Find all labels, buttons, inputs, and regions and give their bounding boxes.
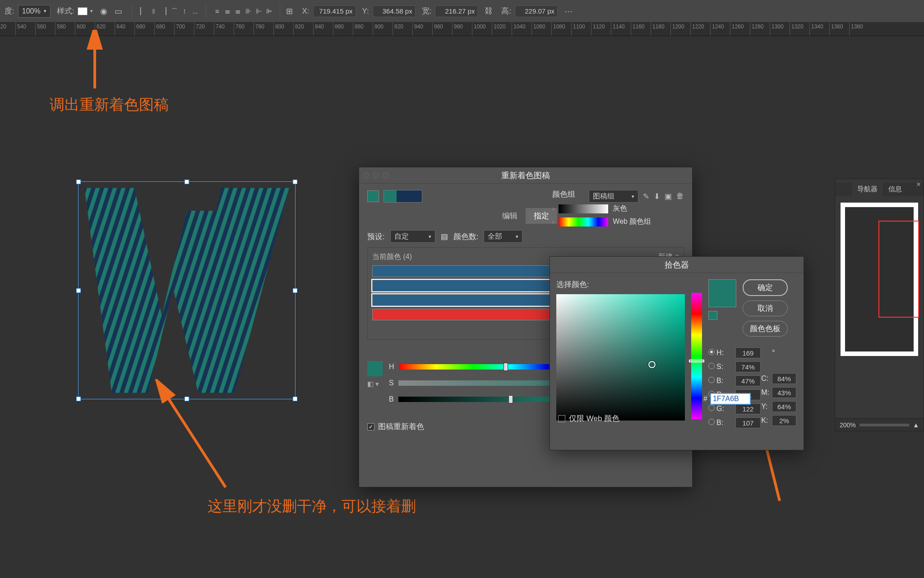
align-hcenter-icon[interactable]: ⫴: [149, 7, 158, 16]
win-max-icon[interactable]: [383, 172, 389, 179]
navigator-thumbnail[interactable]: [841, 203, 918, 356]
dist-3-icon[interactable]: ≣: [233, 7, 242, 16]
picker-h-input[interactable]: [735, 347, 761, 358]
preset-select[interactable]: 自定: [390, 230, 435, 243]
align-right-icon[interactable]: ▕: [159, 7, 168, 16]
doc-setup-icon[interactable]: ▭: [112, 5, 125, 18]
color-picker-dialog: 拾色器 选择颜色: 确定 取消 颜色色板: [550, 256, 804, 450]
align-vcenter-icon[interactable]: ⫶: [180, 7, 189, 16]
selection-bbox: [78, 181, 296, 399]
picker-title: 拾色器: [665, 259, 689, 270]
more-icon[interactable]: ⋯: [562, 5, 575, 18]
annotation-text-top: 调出重新着色图稿: [50, 95, 169, 115]
recolor-artwork-checkbox[interactable]: ✓: [367, 423, 374, 430]
zoom-value[interactable]: 200%: [840, 421, 856, 429]
select-color-label: 选择颜色:: [556, 279, 685, 290]
hex-input[interactable]: [710, 393, 751, 405]
picker-title-bar[interactable]: 拾色器: [550, 257, 804, 273]
align-left-icon[interactable]: ▏: [139, 7, 148, 16]
x-label: X:: [302, 7, 309, 16]
color-group-swatch-row[interactable]: [383, 190, 422, 203]
color-group-item[interactable]: ›Web 颜色组: [552, 217, 686, 227]
h-input[interactable]: [515, 5, 558, 17]
style-swatch[interactable]: [78, 7, 88, 15]
h-label: 高:: [501, 6, 511, 16]
websafe-swatch[interactable]: [708, 311, 717, 320]
current-color-preview[interactable]: [367, 361, 383, 376]
w-input[interactable]: [435, 5, 478, 17]
transform-icon[interactable]: ⊞: [283, 5, 296, 18]
color-mode-icon[interactable]: ◧ ▾: [367, 380, 383, 388]
b-slider-label: B: [389, 395, 394, 403]
picker-b-input[interactable]: [735, 417, 761, 428]
y-label: Y:: [362, 7, 369, 16]
tab-edit[interactable]: 编辑: [494, 208, 526, 224]
picker-s-input[interactable]: [735, 361, 761, 372]
dist-6-icon[interactable]: ⊫: [264, 7, 273, 16]
h-slider-label: H: [389, 363, 394, 371]
saturation-value-field[interactable]: [556, 294, 685, 421]
zoom-in-icon[interactable]: ▲: [913, 421, 919, 429]
handle-top-mid[interactable]: [185, 180, 189, 184]
picker-c-input[interactable]: [772, 373, 796, 384]
color-groups-label: 颜色组: [552, 189, 686, 199]
opacity-select[interactable]: 100%: [18, 5, 51, 18]
dist-5-icon[interactable]: ⊩: [254, 7, 263, 16]
h-radio[interactable]: [708, 349, 715, 355]
picker-m-input[interactable]: [772, 387, 796, 398]
toolbar-divider: [132, 5, 132, 18]
win-close-icon[interactable]: [363, 172, 369, 179]
picker-g-input[interactable]: [735, 403, 761, 414]
color-swatches-button[interactable]: 颜色色板: [743, 321, 788, 337]
hex-hash-label: #: [703, 395, 707, 403]
annotation-text-bottom: 这里刚才没删干净，可以接着删: [208, 496, 416, 517]
b-radio[interactable]: [708, 419, 715, 425]
recolor-dialog-title-bar[interactable]: 重新着色图稿: [359, 167, 692, 184]
hue-slider-bar[interactable]: [691, 293, 702, 419]
active-color-swatch[interactable]: [367, 190, 379, 202]
preset-options-icon[interactable]: ▤: [441, 232, 448, 241]
hue-cursor[interactable]: [689, 360, 704, 362]
picker-k-input[interactable]: [772, 415, 796, 426]
handle-bottom-left[interactable]: [76, 397, 81, 401]
picker-bv-input[interactable]: [735, 375, 761, 386]
tab-navigator[interactable]: 导航器: [852, 183, 883, 196]
handle-mid-left[interactable]: [76, 288, 81, 293]
panel-close-icon[interactable]: ×: [916, 180, 921, 189]
align-bottom-icon[interactable]: ⎵: [190, 7, 199, 16]
handle-top-left[interactable]: [76, 180, 81, 184]
annotation-arrow-bottom-left: [153, 379, 235, 492]
new-current-swatch: [708, 279, 736, 307]
g-radio[interactable]: [708, 405, 715, 411]
bv-radio[interactable]: [708, 377, 715, 383]
distribute-group: ≡≣≣ ⊪⊩⊫: [213, 7, 273, 16]
navigator-panel: × 导航器 信息 200% ▲: [835, 179, 924, 431]
picker-cancel-button[interactable]: 取消: [743, 301, 788, 316]
recolor-artwork-icon[interactable]: ◉: [97, 5, 110, 18]
handle-top-right[interactable]: [293, 180, 297, 184]
dist-4-icon[interactable]: ⊪: [244, 7, 253, 16]
handle-bottom-right[interactable]: [293, 397, 297, 401]
dist-1-icon[interactable]: ≡: [213, 7, 222, 16]
zoom-slider[interactable]: [859, 424, 909, 426]
picker-ok-button[interactable]: 确定: [743, 279, 788, 296]
picker-y-input[interactable]: [772, 401, 796, 412]
sv-cursor[interactable]: [648, 361, 656, 368]
horizontal-ruler: 5205405605806006206406606807007207407607…: [0, 23, 924, 36]
artwork-w-logo[interactable]: [80, 183, 294, 398]
align-top-icon[interactable]: ⎴: [170, 7, 179, 16]
navigator-viewport-box[interactable]: [878, 221, 919, 318]
win-min-icon[interactable]: [373, 172, 379, 179]
color-group-item[interactable]: ›灰色: [552, 204, 686, 213]
colors-count-select[interactable]: 全部: [484, 230, 522, 243]
s-slider-label: S: [389, 379, 394, 387]
opacity-label: 度:: [5, 6, 14, 16]
s-radio[interactable]: [708, 363, 715, 369]
tab-info[interactable]: 信息: [883, 183, 907, 196]
y-input[interactable]: [373, 5, 416, 17]
web-only-checkbox[interactable]: [558, 415, 565, 422]
handle-mid-right[interactable]: [293, 288, 297, 293]
link-wh-icon[interactable]: ⛓: [482, 5, 495, 18]
x-input[interactable]: [313, 5, 356, 17]
dist-2-icon[interactable]: ≣: [223, 7, 232, 16]
